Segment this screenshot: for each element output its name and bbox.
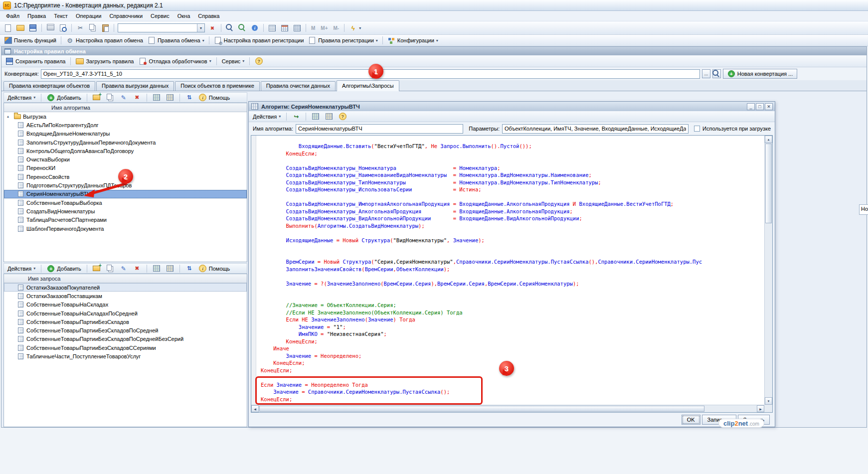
algorithm-row[interactable]: СобственныеТоварыВыборка — [4, 198, 247, 207]
sort-grid-button[interactable] — [310, 112, 322, 122]
memory-plus-button[interactable]: М+ — [318, 24, 330, 32]
scroll-down-button[interactable]: ▼ — [765, 397, 772, 405]
algorithm-name-input[interactable] — [296, 124, 463, 134]
queries-order-grid-button[interactable] — [164, 264, 176, 274]
new-conversion-button[interactable]: Новая конвертация ... — [723, 69, 797, 79]
algorithm-row[interactable]: ШаблонПервичногоДокумента — [4, 224, 247, 233]
queries-table[interactable]: Имя запросаОстаткиЗаказовПокупателейОста… — [3, 274, 247, 427]
algorithm-help-button[interactable] — [337, 112, 348, 122]
open-folder-button[interactable] — [14, 23, 26, 33]
function-panel-button[interactable]: Панель функций — [2, 35, 58, 45]
query-row[interactable]: ОстаткиЗаказовПоставщикам — [4, 292, 247, 300]
goto-button[interactable] — [290, 112, 302, 122]
query-row[interactable]: СобственныеТоварыНаСкладахПоСредней — [4, 309, 247, 317]
ok-button[interactable]: OK — [682, 415, 700, 425]
horizontal-scrollbar[interactable]: ◀ ▶ — [251, 405, 764, 412]
clear-search-button[interactable] — [206, 23, 218, 33]
new-file-button[interactable] — [2, 23, 14, 33]
menu-item-file[interactable]: Файл — [2, 12, 23, 20]
query-row[interactable]: ОстаткиЗаказовПокупателей — [4, 283, 247, 292]
copy-button[interactable] — [87, 23, 99, 33]
query-row[interactable]: СобственныеТоварыПартииБезСкладовССериям… — [4, 343, 247, 352]
vertical-scrollbar[interactable]: ▲ ▼ — [764, 136, 772, 405]
algorithm-row[interactable]: СоздатьВидНоменклатуры — [4, 207, 247, 215]
horizontal-scroll-thumb[interactable] — [259, 406, 704, 412]
tab-algorithms-queries[interactable]: Алгоритмы\Запросы — [337, 80, 399, 91]
combo-caret-icon[interactable]: ▼ — [197, 24, 204, 32]
order-grid-button[interactable] — [323, 112, 335, 122]
algorithm-row[interactable]: ОчисткаВыборки — [4, 155, 247, 163]
conversion-more-button[interactable]: ... — [702, 69, 710, 78]
search-combo[interactable]: ▼ — [118, 23, 205, 32]
queries-delete-button[interactable] — [131, 264, 143, 274]
queries-swap-button[interactable] — [183, 264, 195, 274]
cut-button[interactable] — [74, 23, 86, 33]
find-button[interactable] — [224, 23, 236, 33]
queries-copy-button[interactable] — [104, 264, 116, 274]
menu-item-operations[interactable]: Операции — [72, 12, 105, 20]
queries-help-button[interactable]: Помощь — [197, 264, 232, 274]
algorithms-order-grid-button[interactable] — [164, 93, 176, 103]
tab-cleanup-rules[interactable]: Правила очистки данных — [261, 81, 336, 91]
queries-edit-button[interactable] — [118, 264, 130, 274]
queries-actions-button[interactable]: Действия▾ — [5, 265, 37, 273]
query-row[interactable]: ТабличныеЧасти_ПоступлениеТоваровУслуг — [4, 352, 247, 360]
menu-item-windows[interactable]: Окна — [174, 12, 194, 20]
memory-recall-button[interactable]: М — [309, 24, 318, 32]
maximize-button[interactable]: □ — [756, 103, 764, 110]
tab-export-rules[interactable]: Правила выгрузки данных — [96, 81, 174, 91]
paste-button[interactable] — [99, 23, 111, 33]
algorithms-add-button[interactable]: Добавить — [45, 93, 83, 103]
exchange-rules-button[interactable]: Правила обмена▾ — [146, 35, 206, 45]
query-row[interactable]: СобственныеТоварыПартииБезСкладовПоСредн… — [4, 335, 247, 343]
menu-item-edit[interactable]: Правка — [23, 12, 50, 20]
service-menu-button[interactable]: Сервис▾ — [220, 57, 247, 65]
algorithm-row[interactable]: КонтрольОбщегоДолгаАвансаПоДоговору — [4, 147, 247, 155]
tab-receiver-search[interactable]: Поиск объектов в приемнике — [175, 81, 260, 91]
queries-add-button[interactable]: Добавить — [45, 264, 83, 274]
algorithms-swap-button[interactable] — [183, 93, 195, 103]
algorithm-row[interactable]: ВходящиеДанныеНоменклатуры — [4, 130, 247, 138]
info-button[interactable] — [249, 23, 261, 33]
print-button[interactable] — [44, 23, 56, 33]
calculator-button[interactable] — [291, 23, 303, 33]
algorithm-row[interactable]: ТаблицаРасчетовСПартнерами — [4, 216, 247, 224]
memory-minus-button[interactable]: М- — [331, 24, 342, 32]
exchange-rules-setup-button[interactable]: Настройка правил обмена — [64, 35, 145, 45]
save-button[interactable] — [27, 23, 39, 33]
algorithm-row[interactable]: ▴Выгрузка — [4, 112, 247, 121]
scroll-up-button[interactable]: ▲ — [765, 136, 772, 143]
queries-sort-grid-button[interactable] — [151, 264, 163, 274]
menu-item-text[interactable]: Текст — [50, 12, 72, 20]
algorithms-actions-button[interactable]: Действия▾ — [5, 94, 37, 102]
calendar-button[interactable] — [279, 23, 291, 33]
algorithms-edit-button[interactable] — [118, 93, 130, 103]
conversion-search-button[interactable] — [712, 69, 721, 78]
query-row[interactable]: СобственныеТоварыНаСкладах — [4, 301, 247, 309]
queries-add-group-button[interactable] — [91, 264, 103, 274]
configurations-button[interactable]: Конфигурации▾ — [385, 35, 440, 45]
close-button[interactable]: ✕ — [765, 103, 773, 110]
tab-conversion-rules[interactable]: Правила конвертации объектов — [3, 81, 95, 91]
used-on-load-checkbox[interactable] — [694, 126, 700, 132]
query-row[interactable]: СобственныеТоварыПартииБезСкладовПоСредн… — [4, 326, 247, 334]
params-input[interactable] — [502, 124, 689, 134]
algorithm-row[interactable]: АЕстьЛиПоКонтрагентуДолг — [4, 121, 247, 129]
query-row[interactable]: СобственныеТоварыПартииБезСкладов — [4, 317, 247, 326]
table-button[interactable] — [266, 23, 278, 33]
load-rules-button[interactable]: Загрузить правила — [74, 56, 136, 66]
minimize-button[interactable]: _ — [747, 103, 755, 110]
algorithms-delete-button[interactable] — [131, 93, 143, 103]
vertical-scroll-thumb[interactable] — [765, 144, 772, 223]
algorithms-add-group-button[interactable] — [91, 93, 103, 103]
algorithm-row[interactable]: ЗаполнитьСтруктуруДанныхПервичногоДокуме… — [4, 138, 247, 147]
print-preview-button[interactable] — [57, 23, 69, 33]
menu-item-service[interactable]: Сервис — [147, 12, 174, 20]
registration-rules-setup-button[interactable]: Настройка правил регистрации — [212, 35, 306, 45]
key-button[interactable]: ▾ — [347, 23, 363, 33]
debug-handlers-button[interactable]: Отладка обработчиков▾ — [137, 56, 213, 66]
menu-item-help[interactable]: Справка — [194, 12, 223, 20]
find-next-button[interactable] — [236, 23, 248, 33]
registration-rules-button[interactable]: Правила регистрации▾ — [306, 35, 380, 45]
algorithms-help-button[interactable]: Помощь — [197, 93, 232, 103]
